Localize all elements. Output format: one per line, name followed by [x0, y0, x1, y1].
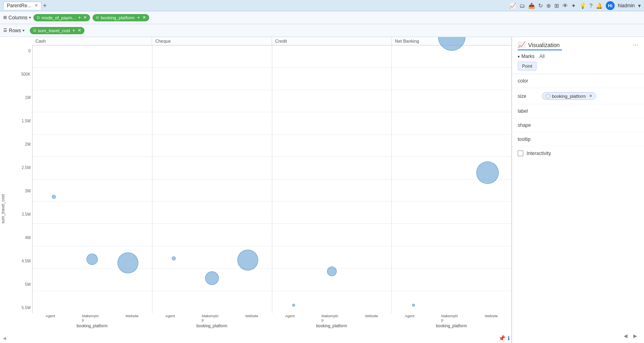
bubble-netbanking-agent[interactable]: [412, 304, 415, 306]
bubble-cash-agent[interactable]: [52, 195, 56, 199]
grid-line: [33, 112, 152, 112]
grid-line: [152, 157, 272, 157]
mark-row-tooltip[interactable]: tooltip: [512, 132, 644, 147]
interactivity-checkbox[interactable]: [518, 151, 523, 156]
y-tick: 1M: [10, 95, 31, 100]
rows-pill-1-plus[interactable]: +: [72, 28, 75, 33]
x-label: Agent: [405, 314, 415, 322]
avatar[interactable]: Hi: [606, 1, 615, 10]
grid-line: [152, 246, 272, 246]
x-group-label-cheque: booking_platform: [152, 323, 272, 329]
grid-line: [392, 134, 511, 135]
y-tick: 2.5M: [10, 165, 31, 170]
marks-section: ▾ Marks All Point: [512, 50, 644, 74]
x-label: Website: [126, 314, 138, 322]
share-icon[interactable]: 📤: [528, 2, 535, 9]
columns-caret[interactable]: ▾: [29, 15, 31, 20]
bell-icon[interactable]: 🔔: [596, 2, 603, 9]
nav-left-icon[interactable]: ◄: [622, 333, 629, 340]
bubble-netbanking-makemytrip[interactable]: [438, 37, 465, 51]
bulb-icon[interactable]: 💡: [579, 2, 586, 9]
tab-add-button[interactable]: +: [43, 2, 47, 9]
label-label: label: [518, 108, 542, 114]
data-icon[interactable]: 🗂: [519, 2, 525, 9]
y-tick: 0: [10, 49, 31, 53]
mark-row-color[interactable]: color: [512, 74, 644, 88]
size-pill[interactable]: booking_platform ✕: [542, 92, 596, 100]
nav-right-icon[interactable]: ►: [632, 333, 638, 340]
user-caret[interactable]: ▾: [638, 2, 641, 9]
size-label: size: [518, 93, 542, 99]
refresh-icon[interactable]: ↻: [538, 2, 543, 9]
main-content: Cash Cheque Credit Net Banking sum_trave…: [0, 37, 644, 343]
columns-pill-2[interactable]: ⊙ booking_platform + ✕: [93, 14, 149, 21]
bubble-cheque-makemytrip[interactable]: [205, 271, 219, 285]
rows-pill-1[interactable]: ⊙ sum_travel_cost + ✕: [30, 27, 84, 34]
grid-line: [272, 157, 392, 157]
y-tick: 4.5M: [10, 259, 31, 263]
bubble-cash-makemytrip[interactable]: [86, 254, 98, 265]
info-icon[interactable]: ℹ: [508, 335, 510, 341]
view-icon[interactable]: 👁: [562, 2, 568, 9]
x-sub-labels-cheque: Agent Makemytrip Website: [152, 313, 272, 323]
rows-caret[interactable]: ▾: [23, 28, 25, 33]
grid-line: [272, 201, 392, 202]
mark-row-size[interactable]: size booking_platform ✕: [512, 88, 644, 104]
bubble-cheque-website[interactable]: [237, 250, 258, 271]
columns-pill-1[interactable]: ⊙ mode_of_paym... + ✕: [33, 14, 90, 21]
username[interactable]: hiadmin: [618, 3, 635, 8]
bubble-credit-agent[interactable]: [292, 304, 295, 306]
tooltip-label: tooltip: [518, 136, 542, 142]
x-label: Agent: [45, 314, 55, 322]
chart-icon[interactable]: 📈: [509, 2, 516, 9]
y-tick: 500K: [10, 72, 31, 76]
columns-pill-1-plus[interactable]: +: [78, 15, 81, 21]
tab-parentre[interactable]: ParentRe... ✕: [3, 2, 41, 10]
panels-container: booking_platform Agent Makemytrip Websit…: [32, 45, 511, 313]
rows-pill-1-x[interactable]: ✕: [78, 28, 81, 33]
marks-header-text: Marks: [521, 54, 535, 59]
grid-line: [33, 134, 152, 135]
grid-line: [392, 90, 511, 90]
x-group-label-netbanking: booking_platform: [391, 323, 511, 329]
col-header-cash: Cash: [32, 37, 152, 45]
y-axis: sum_travel_cost 5.5M 5M 4.5M 4M 3.5M 3M …: [0, 45, 32, 313]
viz-more-icon[interactable]: ···: [633, 41, 638, 49]
x-sub-labels-cash: Agent Makemytrip Website: [32, 313, 152, 323]
size-circle-icon: [545, 94, 550, 99]
columns-pill-2-plus[interactable]: +: [137, 15, 140, 21]
grid-line: [272, 223, 392, 224]
grid-line: [152, 67, 272, 68]
rows-label: ☰ Rows ▾: [3, 28, 27, 33]
marks-caret-icon[interactable]: ▾: [518, 54, 520, 59]
bubble-cheque-agent[interactable]: [172, 256, 176, 260]
columns-pill-2-x[interactable]: ✕: [142, 15, 146, 20]
shape-icon[interactable]: ✦: [571, 2, 576, 9]
mark-row-label[interactable]: label: [512, 104, 644, 118]
mark-row-shape[interactable]: shape: [512, 118, 644, 132]
bubble-netbanking-website[interactable]: [476, 161, 499, 184]
tab-close-icon[interactable]: ✕: [35, 3, 38, 8]
pin-icon[interactable]: ⊕: [546, 2, 551, 9]
grid-icon[interactable]: ⊞: [554, 2, 559, 9]
pushpin-icon[interactable]: 📌: [498, 335, 505, 341]
bubble-cash-website[interactable]: [117, 252, 138, 273]
bubble-credit-makemytrip[interactable]: [327, 267, 337, 276]
panel-credit: [272, 45, 392, 313]
viz-title-text: Visualization: [528, 42, 560, 48]
grid-line: [33, 246, 152, 246]
help-icon[interactable]: ?: [589, 2, 593, 9]
x-label: Makemytrip: [441, 314, 458, 322]
columns-shelf: ⊞ Columns ▾ ⊙ mode_of_paym... + ✕ ⊙ book…: [0, 11, 644, 24]
columns-pill-1-x[interactable]: ✕: [83, 15, 87, 20]
grid-line: [33, 90, 152, 90]
grid-line: [33, 223, 152, 224]
shape-label: shape: [518, 122, 542, 128]
toolbar-right: 📈 🗂 📤 ↻ ⊕ ⊞ 👁 ✦ 💡 ? 🔔 Hi hiadmin ▾: [509, 1, 641, 10]
marks-type-button[interactable]: Point: [518, 62, 537, 70]
grid-line: [152, 201, 272, 202]
size-pill-x[interactable]: ✕: [589, 93, 593, 99]
grid-line: [392, 268, 511, 269]
col-header-credit: Credit: [272, 37, 392, 45]
y-tick: 4M: [10, 236, 31, 240]
